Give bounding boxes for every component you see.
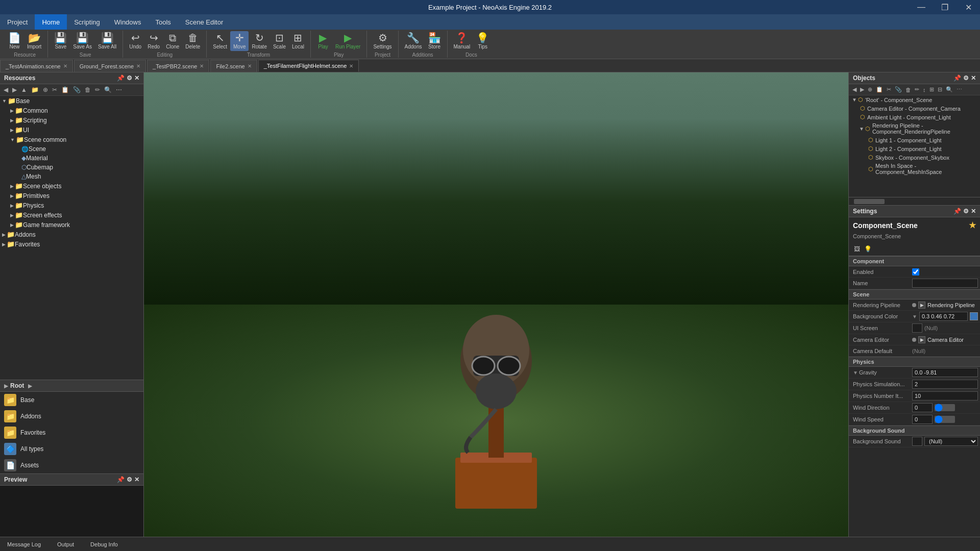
obj-toolbar-icon4[interactable]: 📎 xyxy=(893,85,903,94)
obj-rendering[interactable]: ▼ ⬡ Rendering Pipeline - Component_Rende… xyxy=(849,121,980,136)
minimize-button[interactable]: — xyxy=(910,0,933,14)
save-as-button[interactable]: 💾 Save As xyxy=(70,31,95,51)
obj-toolbar-more[interactable]: ⋯ xyxy=(955,85,964,94)
tree-item-scene-objects[interactable]: ▶ 📁 Scene objects xyxy=(0,181,143,191)
clone-button[interactable]: ⧉ Clone xyxy=(163,31,182,51)
obj-light1[interactable]: ⬡ Light 1 - Component_Light xyxy=(849,136,980,144)
undo-button[interactable]: ↩ Undo xyxy=(126,31,144,51)
root-favorites-item[interactable]: 📁 Favorites xyxy=(0,424,143,441)
expand-ui[interactable]: ▶ xyxy=(10,128,14,133)
tab-close[interactable]: ✕ xyxy=(63,63,67,69)
tree-item-physics[interactable]: ▶ 📁 Physics xyxy=(0,201,143,210)
obj-toolbar-back[interactable]: ◀ xyxy=(851,85,858,94)
settings-icon2[interactable]: 💡 xyxy=(863,244,873,254)
res-toolbar-icon8[interactable]: 🔍 xyxy=(103,85,113,94)
obj-toolbar-icon3[interactable]: ✂ xyxy=(885,85,893,94)
tree-item-material[interactable]: ◆ Material xyxy=(0,154,143,163)
settings-settings-icon[interactable]: ⚙ xyxy=(963,208,969,215)
res-toolbar-icon4[interactable]: 📋 xyxy=(60,85,70,94)
resources-close-icon[interactable]: ✕ xyxy=(134,74,139,82)
expand-screen-effects[interactable]: ▶ xyxy=(10,213,14,218)
bg-color-input[interactable] xyxy=(919,312,968,321)
wind-speed-input[interactable] xyxy=(912,415,933,424)
close-button[interactable]: ✕ xyxy=(957,0,980,14)
import-button[interactable]: 📂 Import xyxy=(24,31,44,51)
root-addons-item[interactable]: 📁 Addons xyxy=(0,408,143,424)
objects-pin-icon[interactable]: 📌 xyxy=(953,74,961,82)
menu-home[interactable]: Home xyxy=(35,14,67,30)
rendering-pipeline-dot[interactable] xyxy=(912,303,916,307)
select-button[interactable]: ↖ Select xyxy=(210,31,230,51)
wind-speed-slider[interactable] xyxy=(935,416,955,423)
physics-number-input[interactable] xyxy=(912,391,978,400)
local-button[interactable]: ⊞ Local xyxy=(289,31,307,51)
name-input[interactable] xyxy=(912,279,978,288)
save-all-button[interactable]: 💾 Save All xyxy=(95,31,119,51)
menu-scripting[interactable]: Scripting xyxy=(67,14,107,30)
settings-icon1[interactable]: 🖼 xyxy=(853,244,861,254)
tab-file2[interactable]: File2.scene ✕ xyxy=(210,60,257,72)
settings-close-icon[interactable]: ✕ xyxy=(971,208,976,215)
physics-sim-input[interactable] xyxy=(912,380,978,389)
obj-toolbar-icon1[interactable]: ⊕ xyxy=(866,85,874,94)
obj-toolbar-icon5[interactable]: 🗑 xyxy=(904,86,913,94)
preview-close-icon[interactable]: ✕ xyxy=(134,476,139,483)
expand-favorites[interactable]: ▶ xyxy=(2,242,6,247)
objects-scrollbar[interactable] xyxy=(849,197,980,206)
res-toolbar-icon5[interactable]: 📎 xyxy=(71,85,82,94)
root-expand-arrow[interactable]: ▶ xyxy=(4,383,8,389)
rendering-pipeline-arrow[interactable]: ▶ xyxy=(918,302,925,309)
expand-common[interactable]: ▶ xyxy=(10,108,14,113)
tree-item-ui[interactable]: ▶ 📁 UI xyxy=(0,125,143,135)
component-star-icon[interactable]: ★ xyxy=(969,220,976,230)
obj-toolbar-collapse[interactable]: ⊟ xyxy=(936,85,944,94)
tab-testpbr2[interactable]: _TestPBR2.scene ✕ xyxy=(147,60,209,72)
obj-skybox[interactable]: ⬡ Skybox - Component_Skybox xyxy=(849,153,980,162)
rotate-button[interactable]: ↻ Rotate xyxy=(249,31,270,51)
maximize-button[interactable]: ❐ xyxy=(933,0,957,14)
obj-toolbar-icon2[interactable]: 📋 xyxy=(874,85,885,94)
status-output[interactable]: Output xyxy=(54,540,77,548)
tree-item-favorites[interactable]: ▶ 📁 Favorites xyxy=(0,239,143,249)
tree-item-cubemap[interactable]: ⬡ Cubemap xyxy=(0,163,143,172)
tab-close[interactable]: ✕ xyxy=(136,63,140,69)
obj-light2[interactable]: ⬡ Light 2 - Component_Light xyxy=(849,144,980,153)
root-expand-icon[interactable]: ▼ xyxy=(852,97,857,103)
tree-item-addons[interactable]: ▶ 📁 Addons xyxy=(0,230,143,239)
rendering-expand-icon[interactable]: ▼ xyxy=(859,126,864,132)
resources-pin-icon[interactable]: 📌 xyxy=(117,74,125,82)
delete-button[interactable]: 🗑 Delete xyxy=(182,31,203,51)
camera-editor-dot[interactable] xyxy=(912,338,916,342)
tree-item-common[interactable]: ▶ 📁 Common xyxy=(0,106,143,115)
redo-button[interactable]: ↪ Redo xyxy=(144,31,163,51)
bg-color-expand[interactable]: ▼ xyxy=(912,314,917,319)
tab-test-animation[interactable]: _TestAnimation.scene ✕ xyxy=(0,60,73,72)
res-toolbar-forward[interactable]: ▶ xyxy=(11,85,18,94)
obj-toolbar-forward[interactable]: ▶ xyxy=(859,85,866,94)
bg-color-swatch[interactable] xyxy=(970,312,978,320)
expand-primitives[interactable]: ▶ xyxy=(10,193,14,198)
tree-item-scene-common[interactable]: ▼ 📁 Scene common xyxy=(0,135,143,144)
bg-sound-input[interactable] xyxy=(912,437,922,446)
res-toolbar-icon3[interactable]: ✂ xyxy=(51,85,59,94)
menu-windows[interactable]: Windows xyxy=(107,14,149,30)
tree-item-base[interactable]: ▼ 📁 Base xyxy=(0,96,143,106)
tab-flight-helmet[interactable]: _TestFilamentFlightHelmet.scene ✕ xyxy=(258,60,359,72)
res-toolbar-up[interactable]: ▲ xyxy=(19,85,29,94)
res-toolbar-icon6[interactable]: 🗑 xyxy=(83,85,92,94)
obj-toolbar-sort[interactable]: ↕ xyxy=(921,86,927,94)
enabled-checkbox[interactable] xyxy=(912,268,919,276)
camera-editor-arrow[interactable]: ▶ xyxy=(918,336,925,343)
res-toolbar-icon2[interactable]: ⊕ xyxy=(41,85,50,94)
menu-project[interactable]: Project xyxy=(0,14,35,30)
play-button[interactable]: ▶ Play xyxy=(314,31,332,51)
tree-item-scripting[interactable]: ▶ 📁 Scripting xyxy=(0,115,143,125)
status-message-log[interactable]: Message Log xyxy=(4,540,44,548)
tab-close[interactable]: ✕ xyxy=(248,63,252,69)
wind-direction-input[interactable] xyxy=(912,403,933,412)
ui-screen-input[interactable] xyxy=(912,323,922,333)
store-button[interactable]: 🏪 Store xyxy=(425,31,444,51)
tab-close[interactable]: ✕ xyxy=(200,63,204,69)
obj-root[interactable]: ▼ ⬡ 'Root' - Component_Scene xyxy=(849,95,980,104)
bg-sound-dropdown[interactable]: (Null) xyxy=(924,437,978,446)
